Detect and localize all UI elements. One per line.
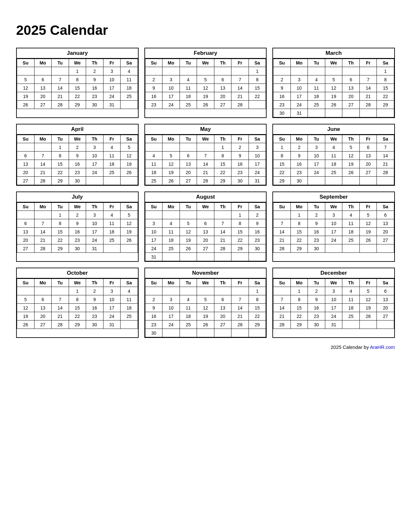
day-cell [325,67,342,75]
day-header-su: Su [17,59,34,67]
day-cell: 25 [180,101,197,109]
day-cell: 24 [86,168,103,177]
day-header-fr: Fr [103,59,121,67]
calendar-grid: JanuarySuMoTuWeThFrSa1234567891011121314… [16,48,395,338]
day-header-th: Th [86,135,103,143]
day-cell: 11 [121,295,138,304]
day-cell: 22 [290,312,308,320]
day-header-sa: Sa [249,203,266,211]
day-cell: 14 [231,304,249,312]
day-cell: 18 [180,312,197,320]
day-cell [197,211,214,219]
month-title: July [17,192,138,202]
table-row: 12345 [17,143,138,152]
day-header-su: Su [145,203,162,211]
footer-link[interactable]: AraHR.com [370,344,395,350]
day-cell: 15 [231,228,249,236]
day-cell: 28 [214,244,231,253]
day-cell: 22 [377,92,394,101]
day-header-we: We [197,203,214,211]
day-cell: 12 [359,295,377,304]
day-cell [359,109,377,117]
day-cell: 9 [249,219,266,228]
table-row: 12 [145,211,266,219]
month-title: November [145,268,266,279]
table-row: 16171819202122 [273,92,394,101]
month-april: AprilSuMoTuWeThFrSa123456789101112131415… [16,124,139,186]
day-header-tu: Tu [52,279,69,287]
day-cell: 25 [325,168,342,177]
month-title: August [145,192,266,202]
day-cell [197,329,214,337]
day-header-th: Th [342,279,360,287]
day-cell: 12 [162,160,180,168]
day-cell [231,329,249,337]
day-cell: 23 [308,312,325,320]
day-header-th: Th [214,59,231,67]
day-cell: 28 [273,320,291,329]
table-row: 12131415161718 [17,304,138,312]
day-cell: 2 [290,143,308,152]
day-cell: 2 [231,143,249,152]
day-cell [342,244,360,253]
day-header-fr: Fr [359,59,377,67]
day-cell: 6 [342,75,360,84]
day-cell: 1 [290,211,308,219]
day-cell: 16 [69,228,86,236]
day-cell: 31 [249,177,266,185]
day-cell: 31 [103,101,121,109]
day-cell: 9 [273,84,291,92]
day-cell: 24 [145,244,162,253]
day-cell: 5 [359,287,377,295]
day-cell: 12 [342,152,360,160]
day-cell: 5 [359,211,377,219]
day-cell [162,67,180,75]
day-cell: 13 [342,84,360,92]
table-row: 78910111213 [273,295,394,304]
day-cell: 14 [214,228,231,236]
day-header-mo: Mo [290,135,308,143]
day-cell: 9 [69,152,86,160]
month-june: JuneSuMoTuWeThFrSa1234567891011121314151… [272,124,395,186]
day-cell [214,67,231,75]
day-cell: 9 [308,295,325,304]
day-cell: 20 [17,236,34,244]
day-cell: 1 [231,211,249,219]
day-cell: 2 [69,143,86,152]
day-cell: 21 [359,92,377,101]
day-cell: 16 [145,312,162,320]
day-cell [145,287,162,295]
day-cell: 21 [231,92,249,101]
day-cell [180,143,197,152]
day-header-mo: Mo [34,279,52,287]
day-cell: 9 [86,295,103,304]
day-cell: 8 [377,75,394,84]
day-cell: 24 [103,92,121,101]
day-cell: 29 [231,244,249,253]
day-header-sa: Sa [377,59,394,67]
month-february: FebruarySuMoTuWeThFrSa123456789101112131… [144,48,267,118]
day-cell: 23 [69,168,86,177]
month-may: MaySuMoTuWeThFrSa12345678910111213141516… [144,124,267,186]
table-row: 123456 [273,287,394,295]
month-december: DecemberSuMoTuWeThFrSa123456789101112131… [272,268,395,338]
day-cell: 30 [69,177,86,185]
day-cell: 29 [377,101,394,109]
day-cell [214,211,231,219]
day-cell: 20 [214,312,231,320]
day-cell: 19 [359,228,377,236]
day-cell [249,329,266,337]
month-january: JanuarySuMoTuWeThFrSa1234567891011121314… [16,48,139,118]
day-header-th: Th [214,279,231,287]
day-cell: 31 [290,109,308,117]
day-cell: 11 [180,304,197,312]
day-cell [377,244,394,253]
day-cell: 4 [180,75,197,84]
day-cell: 29 [273,177,291,185]
day-cell: 2 [249,211,266,219]
day-cell: 21 [231,312,249,320]
day-cell: 15 [69,304,86,312]
day-cell: 12 [197,84,214,92]
table-row: 567891011 [17,295,138,304]
day-cell: 10 [325,295,342,304]
